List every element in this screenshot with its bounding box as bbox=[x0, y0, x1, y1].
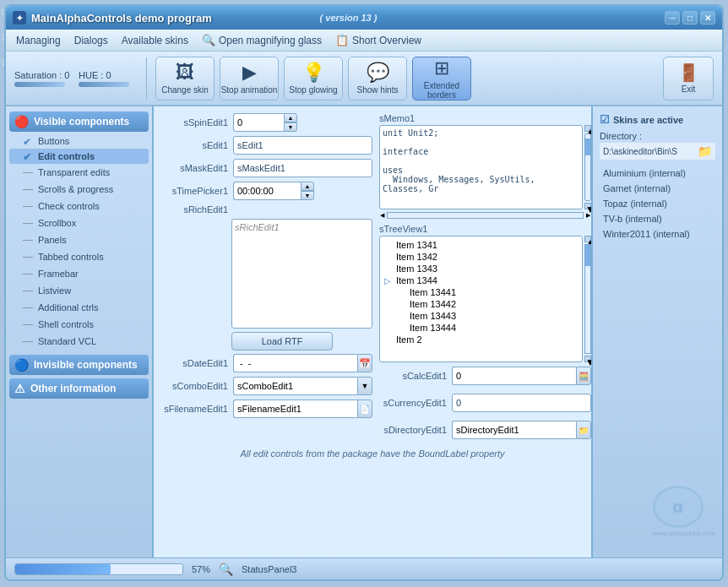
maximize-button[interactable]: □ bbox=[682, 11, 698, 24]
hue-slider[interactable] bbox=[79, 82, 129, 87]
tree-item-13442[interactable]: Item 13442 bbox=[396, 298, 579, 310]
menu-managing[interactable]: Managing bbox=[9, 32, 68, 49]
sidebar-item-scrollbox[interactable]: — Scrollbox bbox=[9, 215, 149, 231]
window-version: ( version 13 ) bbox=[320, 13, 378, 23]
show-hints-button[interactable]: 💬 Show hints bbox=[348, 57, 407, 101]
rich-edit-container: sRichEdit1 Load RTF bbox=[231, 219, 372, 351]
sidebar-standard-label: Standard VCL bbox=[38, 336, 96, 346]
stop-glowing-button[interactable]: 💡 Stop glowing bbox=[284, 57, 343, 101]
spin-up-button[interactable]: ▲ bbox=[284, 113, 297, 122]
close-button[interactable]: ✕ bbox=[700, 11, 715, 24]
currency-input[interactable] bbox=[452, 394, 591, 412]
sidebar-item-listview[interactable]: — Listview bbox=[9, 282, 149, 299]
date-edit-label: sDateEdit1 bbox=[160, 358, 228, 368]
date-picker-button[interactable]: 📅 bbox=[357, 354, 372, 372]
skin-aluminium[interactable]: Aluminium (internal) bbox=[600, 166, 715, 180]
visible-components-section: 🔴 Visible components ✔ Buttons ✔ Edit co… bbox=[9, 111, 149, 350]
directory-input[interactable] bbox=[452, 421, 576, 439]
hscroll-left-button[interactable]: ◀ bbox=[379, 211, 385, 220]
other-header[interactable]: ⚠ Other information bbox=[9, 378, 149, 399]
tree-item-13443[interactable]: Item 13443 bbox=[396, 310, 579, 322]
saturation-slider[interactable] bbox=[14, 82, 65, 87]
date-input[interactable] bbox=[233, 354, 357, 372]
sidebar-framebar-label: Framebar bbox=[38, 269, 79, 279]
load-rtf-button[interactable]: Load RTF bbox=[231, 332, 333, 351]
extended-borders-icon: ⊞ bbox=[434, 57, 449, 79]
invisible-header[interactable]: 🔵 Invisible components bbox=[9, 355, 149, 375]
progress-bar bbox=[14, 563, 183, 575]
combo-input[interactable] bbox=[233, 377, 357, 395]
short-overview-label: Short Overview bbox=[352, 35, 421, 46]
visible-components-header[interactable]: 🔴 Visible components bbox=[9, 111, 149, 132]
calc-input[interactable] bbox=[452, 367, 576, 385]
tree-item-1343[interactable]: Item 1343 bbox=[383, 263, 579, 274]
stop-animation-label: Stop animation bbox=[221, 85, 278, 95]
combo-dropdown-button[interactable]: ▼ bbox=[357, 377, 372, 395]
menu-dialogs[interactable]: Dialogs bbox=[68, 32, 115, 49]
spin-edit-input[interactable] bbox=[233, 113, 284, 132]
file-browse-button[interactable]: 📄 bbox=[357, 399, 372, 418]
sidebar-item-edit-controls[interactable]: ✔ Edit controls bbox=[9, 149, 149, 164]
dash-icon-tabbed: — bbox=[23, 251, 33, 263]
sidebar-item-standard[interactable]: — Standard VCL bbox=[9, 333, 149, 350]
memo-area[interactable]: unit Unit2; interface uses Windows, Mess… bbox=[379, 125, 583, 209]
edit-input[interactable] bbox=[233, 136, 372, 155]
tree-view[interactable]: Item 1341 Item 1342 Item 1343 bbox=[379, 236, 583, 362]
tree-scroll-up[interactable]: ▲ bbox=[584, 236, 591, 242]
dash-icon-listview: — bbox=[23, 285, 33, 296]
rich-edit-area[interactable]: sRichEdit1 bbox=[231, 219, 372, 329]
magnifier-icon: 🔍 bbox=[202, 34, 215, 46]
skin-garnet[interactable]: Garnet (internal) bbox=[600, 182, 715, 195]
tree-item-2[interactable]: Item 2 bbox=[383, 334, 579, 345]
skins-checkbox-icon[interactable]: ☑ bbox=[600, 113, 610, 126]
sidebar-item-tabbed[interactable]: — Tabbed controls bbox=[9, 248, 149, 265]
spin-down-button[interactable]: ▼ bbox=[284, 122, 297, 132]
dash-icon-scrolls: — bbox=[23, 183, 33, 195]
sidebar-item-framebar[interactable]: — Framebar bbox=[9, 265, 149, 282]
change-skin-button[interactable]: 🖼 Change skin bbox=[155, 57, 215, 101]
menu-open-magnifying[interactable]: 🔍 Open magnifying glass bbox=[195, 31, 329, 49]
sidebar-item-buttons[interactable]: ✔ Buttons bbox=[9, 133, 149, 149]
skin-tvb[interactable]: TV-b (internal) bbox=[600, 212, 715, 226]
scroll-up-button[interactable]: ▲ bbox=[584, 125, 591, 132]
tree-item-1341[interactable]: Item 1341 bbox=[383, 239, 579, 251]
sidebar-item-transparent[interactable]: — Transparent edits bbox=[9, 164, 149, 181]
time-up-button[interactable]: ▲ bbox=[301, 182, 314, 191]
sidebar: 🔴 Visible components ✔ Buttons ✔ Edit co… bbox=[6, 106, 154, 579]
directory-browse-button[interactable]: 📁 bbox=[576, 421, 591, 439]
skin-topaz[interactable]: Topaz (internal) bbox=[600, 197, 715, 210]
sidebar-item-scrolls[interactable]: — Scrolls & progress bbox=[9, 181, 149, 198]
time-picker-input[interactable] bbox=[233, 182, 301, 200]
time-down-button[interactable]: ▼ bbox=[301, 191, 314, 200]
tree-scroll-down[interactable]: ▼ bbox=[584, 356, 591, 362]
file-input[interactable] bbox=[233, 399, 357, 418]
check-icon-buttons: ✔ bbox=[23, 136, 33, 146]
rich-edit-label: sRichEdit1 bbox=[160, 204, 228, 215]
calc-button[interactable]: 🧮 bbox=[576, 367, 591, 385]
directory-edit-row: sDirectoryEdit1 📁 bbox=[379, 421, 591, 439]
sidebar-item-check[interactable]: — Check controls bbox=[9, 198, 149, 215]
exit-button[interactable]: 🚪 Exit bbox=[663, 57, 714, 101]
stop-animation-button[interactable]: ▶ Stop animation bbox=[220, 57, 279, 101]
sidebar-item-panels[interactable]: — Panels bbox=[9, 231, 149, 248]
tree-scroll-thumb[interactable] bbox=[585, 245, 590, 266]
mask-edit-input[interactable] bbox=[233, 159, 372, 177]
menu-available-skins[interactable]: Available skins bbox=[115, 32, 195, 49]
extended-borders-button[interactable]: ⊞ Extended borders bbox=[412, 57, 471, 101]
sidebar-item-additional[interactable]: — Additional ctrls bbox=[9, 299, 149, 316]
sidebar-edit-label: Edit controls bbox=[38, 151, 95, 161]
skin-winter-label: Winter2011 (internal) bbox=[603, 229, 690, 239]
scroll-thumb[interactable] bbox=[585, 139, 590, 155]
expand-icon-1344: ▷ bbox=[384, 276, 396, 285]
skin-winter[interactable]: Winter2011 (internal) bbox=[600, 227, 715, 241]
scroll-track bbox=[584, 133, 591, 201]
tree-item-13441[interactable]: Item 13441 bbox=[396, 286, 579, 298]
tree-item-1342[interactable]: Item 1342 bbox=[383, 251, 579, 263]
sidebar-item-shell[interactable]: — Shell controls bbox=[9, 316, 149, 333]
minimize-button[interactable]: ─ bbox=[665, 11, 680, 24]
tree-item-1344[interactable]: ▷ Item 1344 bbox=[383, 274, 579, 286]
scroll-down-button[interactable]: ▼ bbox=[584, 203, 591, 209]
hscroll-right-button[interactable]: ▶ bbox=[585, 211, 591, 220]
menu-short-overview[interactable]: 📋 Short Overview bbox=[329, 31, 428, 49]
tree-item-13444[interactable]: Item 13444 bbox=[396, 322, 579, 334]
